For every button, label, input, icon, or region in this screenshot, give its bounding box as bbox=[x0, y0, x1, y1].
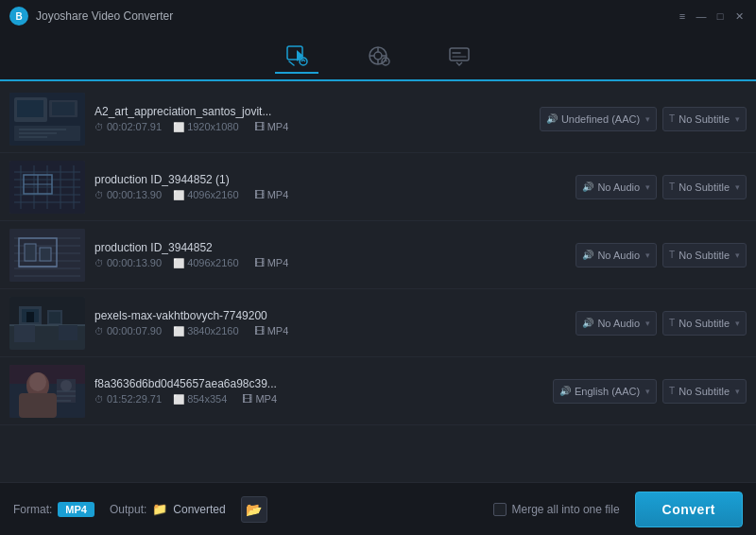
duration-meta: ⏱ 00:02:07.91 bbox=[94, 121, 162, 132]
file-thumbnail bbox=[9, 93, 85, 146]
clock-icon: ⏱ bbox=[94, 258, 104, 268]
minimize-button[interactable]: — bbox=[694, 9, 709, 24]
file-list: A2_art_appreciation_santos_jovit... ⏱ 00… bbox=[0, 81, 756, 482]
resolution-icon: ⬜ bbox=[173, 394, 184, 405]
svg-rect-62 bbox=[19, 393, 57, 418]
audio-value: No Audio bbox=[597, 181, 640, 193]
audio-chevron-icon: ▾ bbox=[645, 319, 650, 328]
subtitle-dropdown[interactable]: T No Subtitle ▾ bbox=[662, 175, 747, 199]
duration-value: 00:00:07.90 bbox=[107, 325, 162, 337]
file-meta: ⏱ 00:00:13.90 ⬜ 4096x2160 🎞 MP4 bbox=[94, 257, 566, 268]
audio-dropdown[interactable]: 🔊 No Audio ▾ bbox=[576, 175, 657, 199]
file-info: production ID_3944852 (1) ⏱ 00:00:13.90 … bbox=[94, 173, 566, 200]
table-row[interactable]: A2_art_appreciation_santos_jovit... ⏱ 00… bbox=[0, 85, 756, 153]
format-section: Format: MP4 bbox=[13, 502, 94, 517]
file-controls: 🔊 English (AAC) ▾ T No Subtitle ▾ bbox=[553, 379, 747, 404]
file-name: f8a3636d6bd0d45657aea6a98c39... bbox=[94, 377, 543, 390]
merge-label: Merge all into one file bbox=[512, 503, 620, 516]
file-meta: ⏱ 01:52:29.71 ⬜ 854x354 🎞 MP4 bbox=[94, 393, 543, 405]
subtitle-icon: T bbox=[669, 318, 675, 328]
table-row[interactable]: production ID_3944852 ⏱ 00:00:13.90 ⬜ 40… bbox=[0, 221, 756, 289]
resolution-meta: ⬜ 4096x2160 bbox=[173, 189, 238, 200]
tab-subtitle[interactable] bbox=[438, 40, 481, 72]
svg-rect-54 bbox=[49, 312, 60, 323]
file-name: pexels-max-vakhtbovych-7749200 bbox=[94, 309, 566, 322]
subtitle-chevron-icon: ▾ bbox=[735, 114, 740, 124]
resolution-value: 1920x1080 bbox=[187, 121, 238, 132]
svg-point-61 bbox=[29, 372, 46, 391]
subtitle-chevron-icon: ▾ bbox=[735, 319, 740, 328]
duration-value: 01:52:29.71 bbox=[107, 393, 162, 405]
file-thumbnail bbox=[9, 161, 85, 214]
file-meta: ⏱ 00:02:07.91 ⬜ 1920x1080 🎞 MP4 bbox=[94, 121, 530, 132]
resolution-icon: ⬜ bbox=[173, 258, 184, 268]
resolution-icon: ⬜ bbox=[173, 326, 184, 337]
tab-edit[interactable] bbox=[356, 40, 400, 72]
browse-output-button[interactable]: 📂 bbox=[241, 496, 267, 523]
audio-dropdown[interactable]: 🔊 Undefined (AAC) ▾ bbox=[540, 107, 657, 131]
file-thumbnail bbox=[9, 229, 85, 282]
resolution-icon: ⬜ bbox=[173, 122, 184, 132]
audio-dropdown[interactable]: 🔊 English (AAC) ▾ bbox=[553, 379, 657, 404]
file-meta: ⏱ 00:00:07.90 ⬜ 3840x2160 🎞 MP4 bbox=[94, 325, 566, 337]
svg-rect-18 bbox=[52, 102, 75, 115]
file-info: production ID_3944852 ⏱ 00:00:13.90 ⬜ 40… bbox=[94, 241, 566, 268]
subtitle-value: No Subtitle bbox=[679, 113, 730, 125]
resolution-value: 4096x2160 bbox=[187, 257, 238, 268]
file-controls: 🔊 Undefined (AAC) ▾ T No Subtitle ▾ bbox=[540, 107, 747, 131]
output-label: Output: bbox=[110, 503, 146, 516]
resolution-icon: ⬜ bbox=[173, 190, 184, 200]
subtitle-dropdown[interactable]: T No Subtitle ▾ bbox=[662, 311, 747, 336]
file-name: A2_art_appreciation_santos_jovit... bbox=[94, 105, 530, 118]
svg-rect-16 bbox=[17, 100, 43, 117]
tab-convert[interactable] bbox=[275, 40, 318, 74]
subtitle-dropdown[interactable]: T No Subtitle ▾ bbox=[662, 379, 747, 404]
table-row[interactable]: production ID_3944852 (1) ⏱ 00:00:13.90 … bbox=[0, 153, 756, 221]
resolution-meta: ⬜ 4096x2160 bbox=[173, 257, 238, 268]
audio-dropdown[interactable]: 🔊 No Audio ▾ bbox=[576, 311, 657, 336]
audio-value: No Audio bbox=[597, 250, 640, 261]
subtitle-icon: T bbox=[669, 113, 675, 124]
table-row[interactable]: f8a3636d6bd0d45657aea6a98c39... ⏱ 01:52:… bbox=[0, 357, 756, 425]
menu-button[interactable]: ≡ bbox=[675, 9, 690, 24]
toolbar bbox=[0, 32, 756, 81]
audio-value: Undefined (AAC) bbox=[561, 113, 640, 125]
audio-chevron-icon: ▾ bbox=[645, 250, 650, 260]
title-bar: B Joyoshare Video Converter ≡ — □ ✕ bbox=[0, 0, 756, 32]
subtitle-dropdown[interactable]: T No Subtitle ▾ bbox=[662, 107, 747, 131]
svg-rect-46 bbox=[40, 248, 51, 261]
file-name: production ID_3944852 bbox=[94, 241, 566, 254]
subtitle-chevron-icon: ▾ bbox=[735, 250, 740, 260]
file-controls: 🔊 No Audio ▾ T No Subtitle ▾ bbox=[576, 243, 747, 268]
subtitle-dropdown[interactable]: T No Subtitle ▾ bbox=[662, 243, 747, 268]
maximize-button[interactable]: □ bbox=[713, 9, 728, 24]
audio-chevron-icon: ▾ bbox=[645, 387, 650, 396]
duration-meta: ⏱ 01:52:29.71 bbox=[94, 393, 162, 405]
audio-dropdown[interactable]: 🔊 No Audio ▾ bbox=[576, 243, 657, 268]
merge-checkbox-box[interactable] bbox=[493, 503, 507, 516]
format-badge: 🎞 MP4 bbox=[254, 325, 289, 337]
audio-icon: 🔊 bbox=[582, 318, 593, 328]
resolution-meta: ⬜ 854x354 bbox=[173, 393, 227, 405]
clock-icon: ⏱ bbox=[94, 190, 104, 200]
duration-meta: ⏱ 00:00:13.90 bbox=[94, 189, 162, 200]
convert-button[interactable]: Convert bbox=[635, 492, 743, 527]
app-title: Joyoshare Video Converter bbox=[36, 9, 675, 23]
audio-icon: 🔊 bbox=[582, 250, 593, 260]
merge-checkbox[interactable]: Merge all into one file bbox=[493, 503, 620, 516]
duration-meta: ⏱ 00:00:13.90 bbox=[94, 257, 162, 268]
table-row[interactable]: pexels-max-vakhtbovych-7749200 ⏱ 00:00:0… bbox=[0, 289, 756, 357]
file-controls: 🔊 No Audio ▾ T No Subtitle ▾ bbox=[576, 311, 747, 336]
subtitle-value: No Subtitle bbox=[679, 181, 730, 193]
format-label: Format: bbox=[13, 503, 52, 516]
close-button[interactable]: ✕ bbox=[731, 9, 747, 24]
duration-meta: ⏱ 00:00:07.90 bbox=[94, 325, 162, 337]
duration-value: 00:00:13.90 bbox=[107, 189, 162, 200]
bottom-bar: Format: MP4 Output: 📁 Converted 📂 Merge … bbox=[0, 482, 756, 535]
file-thumbnail bbox=[9, 297, 85, 350]
audio-icon: 🔊 bbox=[582, 181, 593, 192]
svg-point-5 bbox=[374, 52, 382, 60]
svg-rect-56 bbox=[14, 325, 35, 342]
resolution-meta: ⬜ 1920x1080 bbox=[173, 121, 238, 132]
audio-chevron-icon: ▾ bbox=[645, 182, 650, 192]
